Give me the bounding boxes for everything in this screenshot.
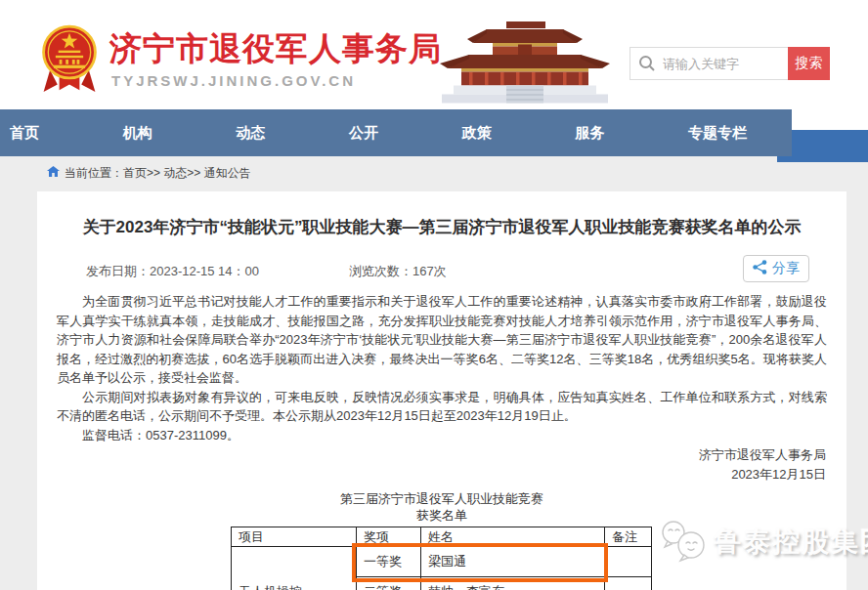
- table-header-row: 项目 奖项 姓名 备注: [232, 527, 652, 547]
- article-meta: 发布日期：2023-12-15 14：00 浏览次数：167次 分享: [57, 258, 827, 281]
- names-cell: 韩帅 李富东: [421, 577, 605, 590]
- search-bar: 搜索: [629, 47, 830, 80]
- breadcrumb: 当前位置：首页>> 动态>> 通知公告: [47, 165, 251, 182]
- signature-block: 济宁市退役军人事务局 2023年12月15日: [58, 445, 826, 485]
- col-header-award: 奖项: [357, 527, 421, 547]
- site-url: TYJRSWJ.JINING.GOV.CN: [111, 72, 356, 89]
- national-emblem-logo: [37, 21, 102, 104]
- publish-date: 发布日期：2023-12-15 14：00: [86, 263, 259, 280]
- home-icon: [47, 166, 60, 181]
- table-caption-line1: 第三届济宁市退役军人职业技能竞赛: [37, 490, 846, 507]
- chat-bubbles-icon: [659, 518, 708, 567]
- site-title: 济宁市退役军人事务局: [109, 27, 442, 71]
- names-cell: 梁国通: [421, 547, 605, 577]
- article-body: 为全面贯彻习近平总书记对技能人才工作的重要指示和关于退役军人工作的重要论述精神，…: [57, 292, 827, 444]
- nav-item-disclosure[interactable]: 公开: [349, 124, 378, 143]
- nav-item-policy[interactable]: 政策: [462, 124, 492, 143]
- paragraph-3: 监督电话：0537-2311099。: [57, 426, 827, 445]
- table-row: 无人机操控 一等奖 梁国通: [232, 547, 652, 577]
- col-header-note: 备注: [605, 527, 652, 547]
- col-header-project: 项目: [232, 527, 357, 547]
- awards-table: 项目 奖项 姓名 备注 无人机操控 一等奖 梁国通 二等奖: [231, 527, 652, 590]
- main-nav: 首页 机构 动态 公开 政策 服务 专题专栏: [0, 109, 792, 156]
- share-label: 分享: [772, 260, 800, 277]
- nav-item-special[interactable]: 专题专栏: [688, 124, 747, 143]
- share-button[interactable]: 分享: [743, 255, 809, 282]
- paragraph-1: 为全面贯彻习近平总书记对技能人才工作的重要指示和关于退役军人工作的重要论述精神，…: [57, 292, 827, 388]
- project-cell: 无人机操控: [232, 547, 357, 590]
- signature-date: 2023年12月15日: [58, 465, 826, 485]
- awards-table-wrap: 项目 奖项 姓名 备注 无人机操控 一等奖 梁国通 二等奖: [231, 527, 653, 590]
- award-cell: 二等奖: [357, 577, 421, 590]
- palace-building-image: [416, 14, 633, 113]
- nav-item-news[interactable]: 动态: [236, 124, 265, 143]
- search-icon: [638, 55, 656, 76]
- signature-org: 济宁市退役军人事务局: [58, 445, 826, 465]
- search-button[interactable]: 搜索: [788, 47, 830, 80]
- nav-item-home[interactable]: 首页: [10, 124, 39, 143]
- nav-item-org[interactable]: 机构: [123, 124, 152, 143]
- award-cell: 一等奖: [357, 547, 421, 577]
- breadcrumb-text[interactable]: 当前位置：首页>> 动态>> 通知公告: [65, 165, 251, 182]
- view-count: 浏览次数：167次: [349, 263, 447, 280]
- watermark-text: 鲁泰控股集团: [714, 524, 868, 561]
- nav-item-service[interactable]: 服务: [575, 124, 604, 143]
- note-cell: [605, 577, 652, 590]
- watermark: 鲁泰控股集团: [659, 518, 868, 567]
- article-title: 关于2023年济宁市“技能状元”职业技能大赛—第三届济宁市退役军人职业技能竞赛获…: [70, 216, 813, 238]
- share-icon: [753, 260, 767, 277]
- page: 济宁市退役军人事务局 TYJRSWJ.JINING.GOV.CN: [0, 0, 868, 590]
- col-header-names: 姓名: [421, 527, 605, 547]
- note-cell: [605, 547, 652, 577]
- paragraph-2: 公示期间对拟表扬对象有异议的，可来电反映，反映情况必须实事求是，明确具体，应告知…: [57, 388, 827, 426]
